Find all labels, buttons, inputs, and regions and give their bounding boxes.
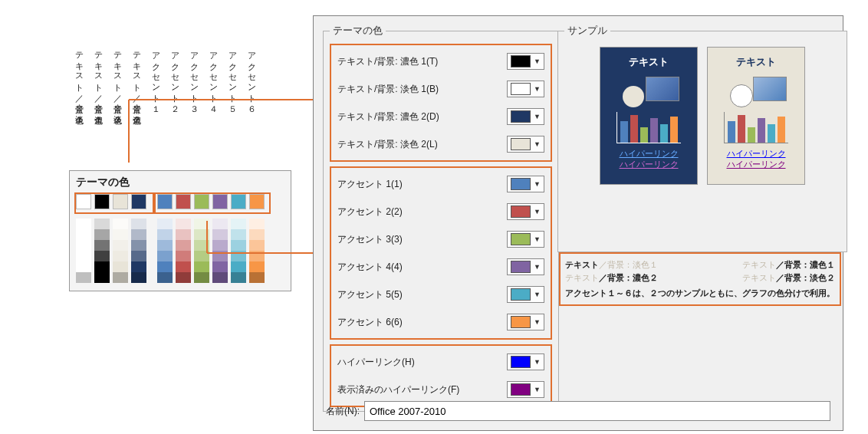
- color-swatch: [511, 55, 531, 67]
- chevron-down-icon: ▼: [534, 140, 541, 148]
- color-picker-button[interactable]: ▼: [507, 81, 544, 97]
- color-row: テキスト/背景: 濃色 1(T)▼: [333, 48, 549, 74]
- chart-bar: [640, 127, 648, 143]
- color-row-label: 表示済みのハイパーリンク(F): [337, 383, 459, 396]
- color-picker-button[interactable]: ▼: [507, 286, 544, 303]
- color-swatch: [511, 233, 531, 245]
- chevron-down-icon: ▼: [534, 58, 541, 65]
- color-row-label: テキスト/背景: 濃色 2(D): [337, 110, 439, 123]
- chevron-down-icon: ▼: [534, 318, 541, 326]
- sample-dark-link2: ハイパーリンク: [620, 159, 679, 169]
- name-input[interactable]: [364, 401, 830, 421]
- color-row: アクセント 4(4)▼: [333, 254, 549, 280]
- color-picker-button[interactable]: ▼: [507, 353, 544, 370]
- color-row: ハイパーリンク(H)▼: [333, 349, 549, 375]
- color-row-label: アクセント 2(2): [337, 205, 403, 219]
- color-row-label: アクセント 1(1): [337, 178, 403, 191]
- chart-bar: [660, 124, 668, 143]
- chart-bar: [778, 117, 785, 143]
- color-picker-button[interactable]: ▼: [507, 314, 544, 330]
- chevron-down-icon: ▼: [534, 358, 541, 366]
- color-swatch: [511, 383, 531, 396]
- color-row-label: アクセント 5(5): [337, 288, 403, 301]
- color-picker-button[interactable]: ▼: [507, 53, 544, 70]
- color-swatch: [511, 110, 531, 123]
- color-row: アクセント 6(6)▼: [333, 309, 549, 335]
- color-row-label: テキスト/背景: 濃色 1(T): [337, 55, 438, 68]
- theme-color-dialog: テーマの色 テキスト/背景: 濃色 1(T)▼テキスト/背景: 淡色 1(B)▼…: [313, 15, 843, 431]
- sample-group: サンプル テキスト ハイパーリンク ハイパーリンク テキスト: [557, 24, 847, 252]
- theme-colors-group: テーマの色 テキスト/背景: 濃色 1(T)▼テキスト/背景: 淡色 1(B)▼…: [323, 24, 559, 412]
- color-row: アクセント 1(1)▼: [333, 171, 549, 197]
- chart-bar: [728, 121, 735, 143]
- chevron-down-icon: ▼: [534, 235, 541, 243]
- chart-bar: [738, 115, 745, 143]
- sample-light-link1: ハイパーリンク: [727, 148, 786, 159]
- name-label: 名前(N):: [326, 405, 360, 418]
- color-picker-button[interactable]: ▼: [507, 136, 544, 153]
- chart-bar: [650, 118, 658, 143]
- chart-bar: [620, 121, 628, 143]
- sample-card-light: テキスト ハイパーリンク ハイパーリンク: [707, 47, 805, 185]
- chevron-down-icon: ▼: [534, 180, 541, 188]
- sample-legend: サンプル: [564, 24, 610, 38]
- chevron-down-icon: ▼: [534, 113, 541, 120]
- color-row-label: アクセント 6(6): [337, 316, 403, 329]
- color-row-label: アクセント 4(4): [337, 261, 403, 274]
- color-picker-button[interactable]: ▼: [507, 231, 544, 248]
- chevron-down-icon: ▼: [534, 386, 541, 393]
- color-row-label: アクセント 3(3): [337, 233, 403, 246]
- color-picker-button[interactable]: ▼: [507, 176, 544, 192]
- sample-dark-text: テキスト: [629, 55, 669, 69]
- color-row: テキスト/背景: 淡色 2(L)▼: [333, 131, 549, 157]
- sample-dark-link1: ハイパーリンク: [620, 148, 679, 159]
- color-row: テキスト/背景: 濃色 2(D)▼: [333, 104, 549, 130]
- chevron-down-icon: ▼: [534, 208, 541, 215]
- chart-bar: [768, 124, 775, 143]
- color-picker-button[interactable]: ▼: [507, 381, 544, 398]
- color-picker-button[interactable]: ▼: [507, 258, 544, 275]
- sample-card-dark: テキスト ハイパーリンク ハイパーリンク: [600, 47, 698, 185]
- color-row: アクセント 2(2)▼: [333, 199, 549, 225]
- color-swatch: [511, 356, 531, 368]
- sample-light-link2: ハイパーリンク: [727, 159, 786, 169]
- color-row-label: ハイパーリンク(H): [337, 356, 415, 369]
- chart-bar: [670, 117, 678, 143]
- chevron-down-icon: ▼: [534, 291, 541, 298]
- color-swatch: [511, 316, 531, 328]
- color-swatch: [511, 178, 531, 190]
- notes-box: テキスト／背景：淡色１ テキスト／背景：濃色１ テキスト／背景：濃色２ テキスト…: [559, 252, 841, 306]
- accent-group-box: アクセント 1(1)▼アクセント 2(2)▼アクセント 3(3)▼アクセント 4…: [330, 166, 552, 340]
- color-row-label: テキスト/背景: 淡色 1(B): [337, 83, 439, 96]
- color-row: テキスト/背景: 淡色 1(B)▼: [333, 76, 549, 102]
- name-row: 名前(N):: [318, 398, 838, 427]
- sample-light-chart: [724, 112, 788, 143]
- theme-colors-legend: テーマの色: [330, 24, 386, 38]
- chart-bar: [758, 118, 765, 143]
- color-swatch: [511, 83, 531, 95]
- color-swatch: [511, 288, 531, 301]
- txtbg-group-box: テキスト/背景: 濃色 1(T)▼テキスト/背景: 淡色 1(B)▼テキスト/背…: [330, 44, 552, 162]
- sample-dark-chart: [616, 112, 681, 143]
- chevron-down-icon: ▼: [534, 85, 541, 93]
- color-row-label: テキスト/背景: 淡色 2(L): [337, 138, 438, 151]
- color-picker-button[interactable]: ▼: [507, 108, 544, 125]
- sample-light-text: テキスト: [736, 55, 776, 69]
- chevron-down-icon: ▼: [534, 263, 541, 271]
- color-picker-button[interactable]: ▼: [507, 203, 544, 220]
- color-row: アクセント 5(5)▼: [333, 281, 549, 307]
- color-swatch: [511, 205, 531, 218]
- chart-bar: [748, 127, 755, 143]
- color-row: アクセント 3(3)▼: [333, 226, 549, 252]
- chart-bar: [630, 115, 638, 143]
- color-swatch: [511, 261, 531, 273]
- color-swatch: [511, 138, 531, 150]
